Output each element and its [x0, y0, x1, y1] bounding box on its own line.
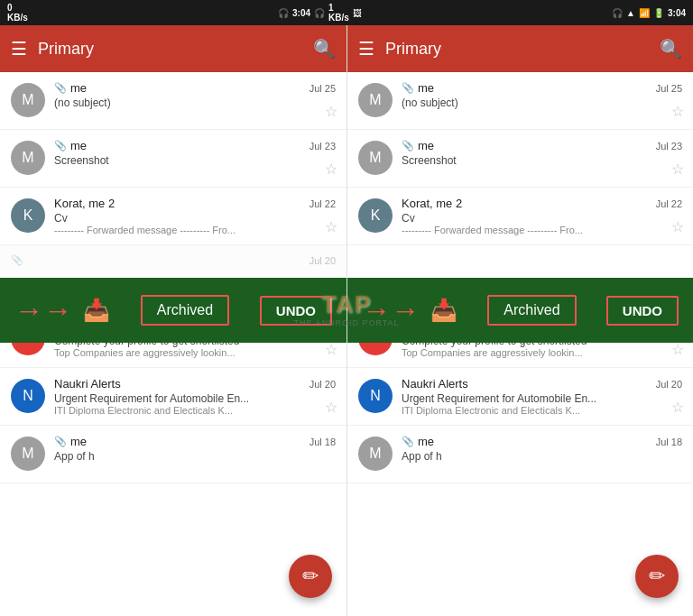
email-header: Naukri Alerts Jul 20: [402, 377, 682, 391]
archive-box-icon: 📥: [83, 298, 110, 323]
right-search-icon[interactable]: 🔍: [660, 38, 682, 60]
email-content: 📎 me Jul 23 Screenshot: [402, 139, 682, 167]
archive-banner-left: →→ 📥 Archived UNDO: [0, 278, 346, 343]
status-time-left: 3:04: [292, 8, 310, 18]
compose-fab-left[interactable]: ✏: [289, 555, 332, 598]
email-sender: me: [70, 435, 87, 448]
email-header: 📎 me Jul 25: [54, 81, 336, 95]
avatar: M: [11, 83, 45, 117]
email-date: Jul 25: [656, 83, 682, 94]
archive-box-icon-right: 📥: [430, 298, 457, 323]
table-row[interactable]: K Korat, me 2 Jul 22 Cv --------- Forwar…: [0, 188, 346, 245]
email-header: 📎 me Jul 23: [402, 139, 682, 152]
email-content: 📎 me Jul 25 (no subject): [54, 81, 336, 109]
table-row[interactable]: M 📎 me Jul 18 App of h: [347, 426, 693, 483]
email-sender: me: [418, 435, 434, 448]
status-bar: 0KB/s 🎧 3:04 🎧 1KB/s 🖼 🎧 ▲ 📶 🔋 3:04: [0, 0, 693, 25]
email-date: Jul 25: [310, 83, 336, 94]
email-preview: Top Companies are aggressively lookin...: [402, 347, 682, 358]
email-sender: me: [70, 81, 87, 95]
wifi-icon: ▲: [626, 8, 635, 18]
email-content: 📎 me Jul 25 (no subject): [402, 81, 682, 109]
table-row[interactable]: M 📎 me Jul 25 (no subject) ☆: [347, 72, 693, 130]
archive-banner-content-right: →→ 📥: [362, 294, 457, 327]
email-sender: Korat, me 2: [402, 197, 462, 210]
email-header: 📎 me Jul 23: [54, 139, 336, 152]
star-icon[interactable]: ☆: [325, 399, 337, 416]
email-content: Naukri Alerts Jul 20 Urgent Requirement …: [54, 377, 336, 416]
email-content: Naukri Alerts Jul 20 Urgent Requirement …: [402, 377, 682, 416]
left-menu-icon[interactable]: ☰: [11, 38, 27, 60]
signal-icon: 📶: [639, 8, 650, 18]
email-content: 📎 me Jul 23 Screenshot: [54, 139, 336, 167]
table-row[interactable]: N Naukri Alerts Jul 20 Urgent Requiremen…: [347, 368, 693, 426]
undo-button[interactable]: UNDO: [260, 296, 332, 326]
email-header: 📎 Jul 20: [11, 254, 336, 266]
archive-arrow-icon: →→: [14, 294, 72, 327]
email-date: Jul 20: [310, 255, 336, 266]
email-header: Korat, me 2 Jul 22: [54, 197, 336, 210]
email-sender-row: 📎 me: [54, 81, 87, 95]
email-subject: (no subject): [54, 97, 336, 109]
email-subject: Urgent Requirement for Automobile En...: [54, 392, 336, 405]
email-subject: Cv: [402, 212, 682, 225]
email-subject: Screenshot: [402, 154, 682, 167]
email-content: Korat, me 2 Jul 22 Cv --------- Forwarde…: [402, 197, 682, 235]
star-icon[interactable]: ☆: [325, 103, 337, 120]
table-row[interactable]: N Naukri Alerts Jul 20 Urgent Requiremen…: [0, 368, 346, 426]
email-subject: (no subject): [402, 97, 682, 109]
email-sender-row: 📎: [11, 254, 23, 266]
star-icon[interactable]: ☆: [325, 218, 337, 235]
panels-container: ☰ Primary 🔍 M 📎 me Jul 25 (no subject): [0, 0, 693, 616]
star-icon[interactable]: ☆: [671, 103, 684, 120]
right-menu-icon[interactable]: ☰: [358, 38, 374, 60]
email-sender-row: 📎 me: [54, 435, 87, 448]
table-row[interactable]: M 📎 me Jul 23 Screenshot ☆: [347, 130, 693, 188]
email-sender: me: [418, 139, 434, 152]
star-icon[interactable]: ☆: [671, 161, 684, 178]
email-date: Jul 22: [656, 198, 682, 209]
email-sender-row: 📎 me: [54, 139, 87, 152]
email-content: Korat, me 2 Jul 22 Cv --------- Forwarde…: [54, 197, 336, 235]
headphone-icon: 🎧: [278, 8, 289, 18]
star-icon[interactable]: ☆: [325, 341, 337, 358]
email-sender-row: 📎 me: [402, 139, 434, 152]
table-row[interactable]: M 📎 me Jul 18 App of h: [0, 426, 346, 483]
avatar: K: [358, 198, 393, 233]
avatar: M: [11, 141, 45, 175]
archive-arrow-icon-right: →→: [362, 294, 420, 327]
email-sender: Naukri Alerts: [54, 377, 121, 391]
star-icon[interactable]: ☆: [671, 218, 684, 235]
email-header: 📎 me Jul 25: [402, 81, 682, 95]
email-date: Jul 20: [656, 379, 682, 390]
undo-button-right[interactable]: UNDO: [606, 296, 679, 326]
star-icon[interactable]: ☆: [325, 161, 337, 178]
right-panel: ☰ Primary 🔍 M 📎 me Jul 25 (no subject): [346, 25, 693, 616]
avatar: N: [358, 379, 393, 413]
compose-fab-right[interactable]: ✏: [635, 555, 679, 598]
email-date: Jul 23: [310, 141, 336, 152]
attachment-icon: 📎: [54, 82, 67, 94]
email-sender: Korat, me 2: [54, 197, 115, 210]
email-content: 📎 me Jul 18 App of h: [54, 435, 336, 463]
email-header: Korat, me 2 Jul 22: [402, 197, 682, 210]
star-icon[interactable]: ☆: [671, 399, 684, 416]
email-date: Jul 20: [310, 379, 336, 390]
email-subject: Urgent Requirement for Automobile En...: [402, 392, 682, 405]
avatar: M: [358, 437, 393, 471]
email-header: Naukri Alerts Jul 20: [54, 377, 336, 391]
table-row[interactable]: K Korat, me 2 Jul 22 Cv --------- Forwar…: [347, 188, 693, 245]
image-icon: 🖼: [353, 8, 362, 18]
archive-banner-content: →→ 📥: [14, 294, 110, 327]
attachment-icon: 📎: [11, 254, 23, 266]
table-row[interactable]: M 📎 me Jul 25 (no subject) ☆: [0, 72, 346, 130]
avatar: M: [358, 83, 393, 117]
left-search-icon[interactable]: 🔍: [313, 38, 336, 60]
star-icon[interactable]: ☆: [671, 341, 684, 358]
right-toolbar-title: Primary: [385, 40, 649, 59]
attachment-icon: 📎: [402, 140, 414, 152]
status-signal-left: 0KB/s: [7, 3, 28, 23]
email-subject: App of h: [402, 450, 682, 463]
battery-icon: 🔋: [653, 8, 664, 18]
table-row[interactable]: M 📎 me Jul 23 Screenshot ☆: [0, 130, 346, 188]
